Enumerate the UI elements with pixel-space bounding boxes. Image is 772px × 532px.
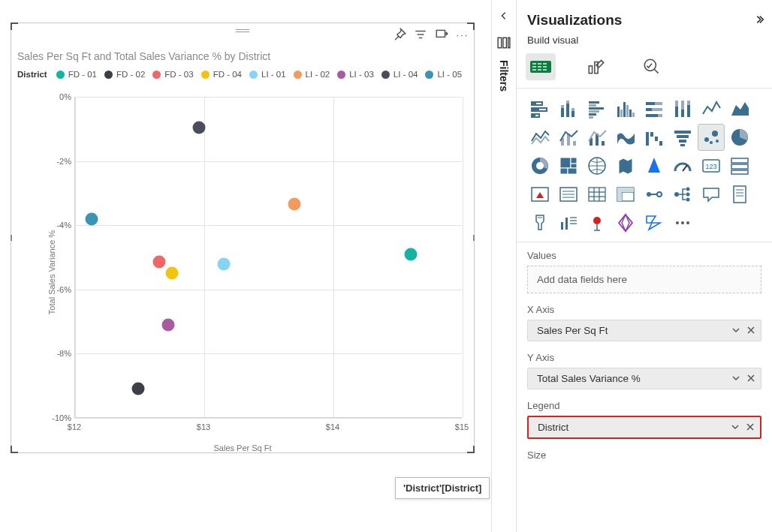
svg-rect-94 (589, 188, 605, 201)
data-point[interactable] (152, 256, 165, 269)
legend-item[interactable]: FD - 03 (152, 70, 193, 79)
svg-point-104 (647, 192, 651, 197)
data-point[interactable] (288, 198, 301, 211)
legend-item[interactable]: FD - 04 (201, 70, 242, 79)
tab-format-visual[interactable] (581, 53, 611, 80)
svg-point-121 (593, 217, 601, 224)
data-point[interactable] (217, 257, 230, 270)
legend-item-label: FD - 01 (68, 70, 97, 79)
plot-area[interactable] (74, 97, 462, 418)
viz-type-power-automate[interactable] (641, 210, 667, 236)
viz-type-100-stacked-bar[interactable] (641, 96, 667, 122)
data-point[interactable] (86, 212, 98, 225)
viz-type-donut[interactable] (527, 153, 553, 179)
viz-type-line-chart[interactable] (698, 96, 724, 122)
filters-pane-collapsed[interactable]: Filters (491, 0, 517, 532)
legend-swatch (249, 71, 258, 79)
viz-type-stacked-bar[interactable] (527, 96, 553, 122)
svg-rect-62 (646, 132, 649, 146)
viz-type-multi-row-card[interactable] (727, 153, 752, 179)
legend-item[interactable]: FD - 01 (56, 70, 97, 79)
yaxis-field-pill[interactable]: Total Sales Variance % (527, 368, 761, 389)
chevron-down-icon[interactable] (732, 326, 740, 336)
filters-icon[interactable] (492, 36, 516, 50)
focus-mode-icon[interactable] (435, 28, 448, 41)
svg-rect-88 (731, 170, 748, 174)
viz-type-stacked-line[interactable] (527, 125, 553, 150)
collapse-chevron-icon[interactable] (492, 11, 516, 21)
viz-type-100-stacked-column[interactable] (670, 96, 695, 122)
filter-icon[interactable] (414, 28, 427, 41)
remove-icon[interactable] (747, 374, 755, 384)
viz-type-clustered-bar[interactable] (584, 96, 610, 122)
viz-type-combo-chart-2[interactable] (584, 125, 610, 150)
viz-type-slicer[interactable] (556, 182, 581, 207)
resize-handle-tl[interactable] (11, 23, 18, 30)
viz-type-funnel[interactable] (670, 125, 695, 150)
viz-type-clustered-column[interactable] (613, 96, 638, 122)
tab-analytics[interactable] (637, 53, 667, 80)
data-point[interactable] (405, 248, 418, 260)
viz-type-matrix[interactable] (613, 182, 638, 207)
legend-item[interactable]: LI - 01 (249, 70, 286, 79)
drag-tooltip: 'District'[District] (395, 477, 490, 499)
x-tick-label: $15 (455, 422, 469, 431)
legend-field-pill[interactable]: District (527, 416, 761, 439)
viz-type-scatter[interactable] (698, 125, 724, 150)
viz-type-pie[interactable] (727, 125, 752, 150)
viz-type-smart-narrative[interactable] (556, 210, 581, 236)
viz-type-azure-map[interactable] (641, 153, 667, 179)
chevron-down-icon[interactable] (732, 374, 740, 384)
viz-type-r-visual[interactable] (641, 182, 667, 207)
viz-type-q-and-a[interactable] (698, 182, 724, 207)
viz-type-stacked-column[interactable] (556, 96, 581, 122)
remove-icon[interactable] (747, 326, 755, 336)
legend-item[interactable]: LI - 03 (337, 70, 374, 79)
viz-type-waterfall[interactable] (641, 125, 667, 150)
pill-text: Sales Per Sq Ft (537, 325, 608, 336)
xaxis-field-pill[interactable]: Sales Per Sq Ft (527, 320, 761, 341)
yaxis-label: Y Axis (527, 352, 761, 363)
viz-type-treemap[interactable] (556, 153, 581, 179)
legend-item[interactable]: LI - 04 (381, 70, 418, 79)
svg-rect-58 (573, 141, 576, 146)
viz-type-filled-map[interactable] (613, 153, 638, 179)
viz-type-ribbon-chart[interactable] (613, 125, 638, 150)
viz-type-kpi[interactable] (527, 182, 553, 207)
drag-handle[interactable] (236, 29, 249, 34)
legend-item[interactable]: LI - 02 (294, 70, 330, 79)
viz-type-gauge[interactable] (670, 153, 695, 179)
svg-rect-27 (566, 104, 569, 117)
legend-item[interactable]: FD - 02 (104, 70, 145, 79)
values-field-well[interactable]: Add data fields here (527, 266, 761, 293)
svg-rect-31 (571, 108, 574, 111)
viz-type-power-apps[interactable] (613, 210, 638, 236)
expand-chevron-icon[interactable] (754, 12, 764, 29)
data-point[interactable] (161, 318, 174, 331)
viz-type-area-chart[interactable] (727, 96, 752, 122)
viz-type-arcgis-map[interactable] (584, 210, 610, 236)
visualization-type-gallery: 123 (524, 89, 764, 242)
legend-item[interactable]: LI - 05 (425, 70, 462, 79)
pin-icon[interactable] (393, 28, 406, 41)
data-point[interactable] (193, 121, 206, 134)
data-point[interactable] (132, 383, 145, 395)
data-point[interactable] (166, 267, 179, 280)
viz-type-map[interactable] (584, 153, 610, 179)
viz-type-card[interactable]: 123 (698, 153, 724, 179)
svg-text:123: 123 (705, 163, 716, 170)
more-options-icon[interactable]: ··· (456, 28, 469, 41)
viz-type-more-visuals[interactable] (670, 210, 695, 236)
svg-rect-25 (532, 114, 535, 117)
chevron-down-icon[interactable] (731, 422, 739, 433)
viz-type-decomposition-tree[interactable] (670, 182, 695, 207)
svg-rect-37 (589, 116, 593, 119)
tab-build-visual[interactable] (526, 53, 556, 80)
viz-type-paginated-report[interactable] (727, 182, 752, 207)
remove-icon[interactable] (746, 422, 754, 433)
viz-type-table[interactable] (584, 182, 610, 207)
viz-type-combo-chart-1[interactable] (556, 125, 581, 150)
chart-visual[interactable]: ··· Sales Per Sq Ft and Total Sales Vari… (11, 23, 475, 453)
svg-rect-78 (571, 158, 577, 164)
viz-type-key-influencers[interactable] (527, 210, 553, 236)
